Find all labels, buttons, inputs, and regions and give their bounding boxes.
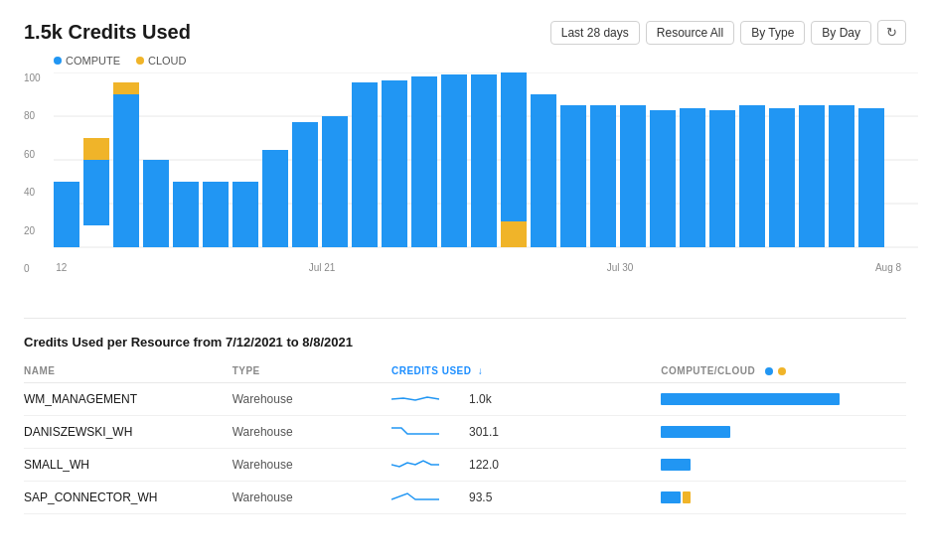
row-type: Warehouse	[232, 482, 391, 514]
y-axis-labels: 0 20 40 60 80 100	[24, 72, 41, 274]
compute-dot	[54, 57, 62, 65]
svg-rect-13	[232, 182, 258, 247]
row-credits: 93.5	[391, 482, 661, 514]
by-day-button[interactable]: By Day	[811, 21, 871, 45]
cloud-dot	[136, 57, 144, 65]
svg-rect-22	[501, 72, 527, 221]
row-compute-bar	[661, 449, 906, 482]
chart-svg-wrapper: Jul 12 Jul 21 Jul 30 Aug 8	[54, 72, 906, 294]
svg-rect-14	[262, 150, 288, 247]
svg-rect-35	[858, 108, 884, 247]
svg-rect-18	[382, 80, 407, 247]
svg-rect-17	[352, 82, 378, 247]
svg-rect-24	[531, 94, 556, 247]
svg-rect-11	[173, 182, 199, 247]
sparkline	[391, 424, 461, 440]
legend-cloud-label: CLOUD	[148, 55, 187, 67]
svg-text:Aug 8: Aug 8	[875, 262, 902, 273]
table-title: Credits Used per Resource from 7/12/2021…	[24, 335, 906, 350]
svg-rect-20	[441, 74, 467, 247]
table-body: WM_MANAGEMENTWarehouse1.0kDANISZEWSKI_WH…	[24, 383, 906, 514]
sparkline	[391, 457, 461, 473]
chart-legend: COMPUTE CLOUD	[54, 55, 906, 67]
row-name: DANISZEWSKI_WH	[24, 416, 232, 449]
credits-value: 1.0k	[469, 392, 505, 406]
table-row: SMALL_WHWarehouse122.0	[24, 449, 906, 482]
sparkline	[391, 490, 461, 505]
header-controls: Last 28 days Resource All By Type By Day…	[550, 20, 906, 45]
svg-rect-5	[54, 182, 79, 247]
compute-bar	[661, 459, 691, 471]
svg-rect-8	[113, 94, 139, 247]
page-title: 1.5k Credits Used	[24, 21, 191, 44]
section-divider	[24, 318, 906, 319]
legend-compute-label: COMPUTE	[66, 55, 120, 67]
resource-button[interactable]: Resource All	[646, 21, 734, 45]
svg-text:Jul 30: Jul 30	[607, 262, 634, 273]
svg-rect-6	[83, 160, 109, 225]
svg-rect-7	[83, 138, 109, 160]
row-name: WM_MANAGEMENT	[24, 383, 232, 416]
svg-rect-25	[560, 105, 586, 247]
credits-table: NAME TYPE CREDITS USED ↓ COMPUTE/CLOUD W…	[24, 361, 906, 514]
legend-cloud: CLOUD	[136, 55, 187, 67]
cloud-bar	[683, 491, 691, 503]
credits-value: 122.0	[469, 458, 505, 472]
refresh-button[interactable]: ↻	[877, 20, 906, 45]
col-name: NAME	[24, 361, 232, 383]
row-type: Warehouse	[232, 383, 391, 416]
svg-rect-29	[680, 108, 705, 247]
svg-rect-28	[650, 110, 676, 247]
sparkline	[391, 391, 461, 407]
bar-chart-svg: Jul 12 Jul 21 Jul 30 Aug 8	[54, 72, 918, 291]
compute-bar	[661, 426, 730, 438]
svg-rect-34	[829, 105, 854, 247]
col-type: TYPE	[232, 361, 391, 383]
svg-rect-30	[709, 110, 735, 247]
row-credits: 301.1	[391, 416, 661, 449]
svg-rect-10	[143, 160, 169, 247]
svg-rect-12	[203, 182, 229, 247]
svg-rect-31	[739, 105, 765, 247]
cloud-legend-dot	[778, 367, 786, 375]
by-type-button[interactable]: By Type	[740, 21, 805, 45]
credits-value: 301.1	[469, 425, 505, 439]
row-compute-bar	[661, 416, 906, 449]
table-row: DANISZEWSKI_WHWarehouse301.1	[24, 416, 906, 449]
svg-rect-23	[501, 221, 527, 247]
row-compute-bar	[661, 482, 906, 514]
compute-legend-dot	[765, 367, 773, 375]
svg-text:Jul 21: Jul 21	[309, 262, 336, 273]
row-credits: 122.0	[391, 449, 661, 482]
row-type: Warehouse	[232, 416, 391, 449]
sort-arrow-icon: ↓	[478, 365, 484, 376]
compute-bar	[661, 491, 681, 503]
col-compute: COMPUTE/CLOUD	[661, 361, 906, 383]
svg-rect-21	[471, 74, 497, 247]
table-row: WM_MANAGEMENTWarehouse1.0k	[24, 383, 906, 416]
col-credits[interactable]: CREDITS USED ↓	[391, 361, 661, 383]
row-compute-bar	[661, 383, 906, 416]
svg-rect-32	[769, 108, 795, 247]
table-row: SAP_CONNECTOR_WHWarehouse93.5	[24, 482, 906, 514]
table-section: Credits Used per Resource from 7/12/2021…	[24, 335, 906, 514]
svg-rect-16	[322, 116, 348, 247]
svg-rect-9	[113, 82, 139, 94]
legend-compute: COMPUTE	[54, 55, 120, 67]
last28-button[interactable]: Last 28 days	[550, 21, 640, 45]
page-header: 1.5k Credits Used Last 28 days Resource …	[24, 20, 906, 45]
svg-rect-33	[799, 105, 825, 247]
row-name: SAP_CONNECTOR_WH	[24, 482, 232, 514]
compute-bar	[661, 393, 840, 405]
svg-rect-19	[411, 76, 437, 247]
bar-chart: 0 20 40 60 80 100	[24, 72, 906, 294]
svg-text:Jul 12: Jul 12	[54, 262, 68, 273]
svg-rect-15	[292, 122, 318, 247]
row-type: Warehouse	[232, 449, 391, 482]
row-name: SMALL_WH	[24, 449, 232, 482]
svg-rect-26	[590, 105, 616, 247]
credits-value: 93.5	[469, 490, 505, 504]
svg-rect-27	[620, 105, 646, 247]
table-header-row: NAME TYPE CREDITS USED ↓ COMPUTE/CLOUD	[24, 361, 906, 383]
row-credits: 1.0k	[391, 383, 661, 416]
